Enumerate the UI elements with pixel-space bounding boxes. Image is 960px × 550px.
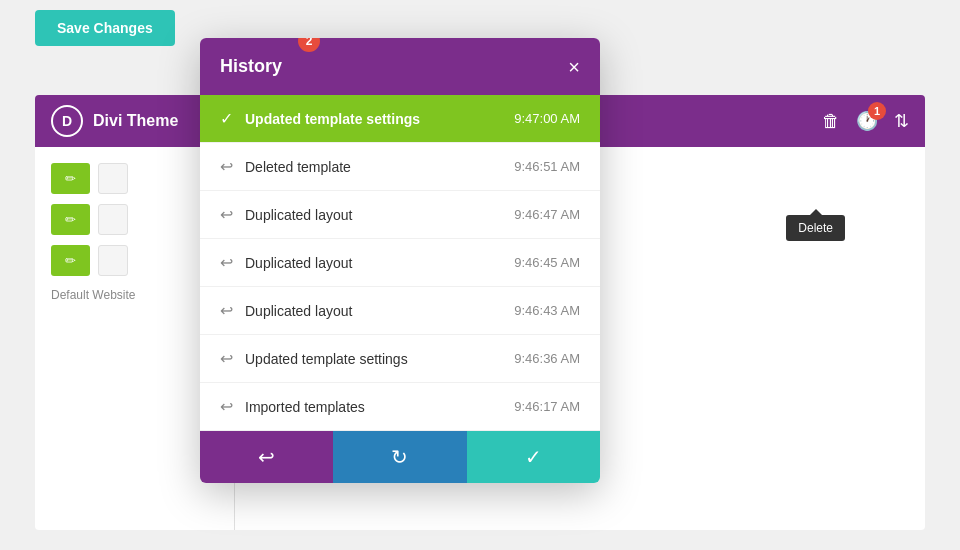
history-item-text: Duplicated layout [245, 255, 514, 271]
history-item[interactable]: ↩ Duplicated layout 9:46:47 AM [200, 191, 600, 239]
history-item-text: Deleted template [245, 159, 514, 175]
history-modal-badge: 2 [298, 38, 320, 52]
history-item-text: Imported templates [245, 399, 514, 415]
modal-title: History [220, 56, 282, 77]
history-item[interactable]: ✓ Updated template settings 9:47:00 AM [200, 95, 600, 143]
history-item[interactable]: ↩ Duplicated layout 9:46:43 AM [200, 287, 600, 335]
history-item-time: 9:47:00 AM [514, 111, 580, 126]
history-item-time: 9:46:45 AM [514, 255, 580, 270]
history-item-icon: ↩ [220, 253, 233, 272]
history-list: ✓ Updated template settings 9:47:00 AM ↩… [200, 95, 600, 431]
history-item-icon: ↩ [220, 397, 233, 416]
history-item[interactable]: ↩ Updated template settings 9:46:36 AM [200, 335, 600, 383]
history-item-time: 9:46:51 AM [514, 159, 580, 174]
history-item-text: Updated template settings [245, 111, 514, 127]
history-item-icon: ↩ [220, 301, 233, 320]
modal-header: History 2 × [200, 38, 600, 95]
history-modal: History 2 × ✓ Updated template settings … [200, 38, 600, 483]
history-item-time: 9:46:36 AM [514, 351, 580, 366]
modal-overlay: History 2 × ✓ Updated template settings … [0, 0, 960, 550]
modal-close-button[interactable]: × [568, 57, 580, 77]
history-item-time: 9:46:17 AM [514, 399, 580, 414]
history-item-icon: ↩ [220, 349, 233, 368]
redo-button[interactable]: ↻ [333, 431, 466, 483]
confirm-button[interactable]: ✓ [467, 431, 600, 483]
history-item-icon: ✓ [220, 109, 233, 128]
history-item-text: Updated template settings [245, 351, 514, 367]
history-item-icon: ↩ [220, 157, 233, 176]
undo-button[interactable]: ↩ [200, 431, 333, 483]
history-item-icon: ↩ [220, 205, 233, 224]
history-item[interactable]: ↩ Deleted template 9:46:51 AM [200, 143, 600, 191]
history-item-text: Duplicated layout [245, 207, 514, 223]
history-item-time: 9:46:43 AM [514, 303, 580, 318]
history-item[interactable]: ↩ Duplicated layout 9:46:45 AM [200, 239, 600, 287]
modal-footer: ↩ ↻ ✓ [200, 431, 600, 483]
history-item-text: Duplicated layout [245, 303, 514, 319]
history-item-time: 9:46:47 AM [514, 207, 580, 222]
history-item[interactable]: ↩ Imported templates 9:46:17 AM [200, 383, 600, 431]
